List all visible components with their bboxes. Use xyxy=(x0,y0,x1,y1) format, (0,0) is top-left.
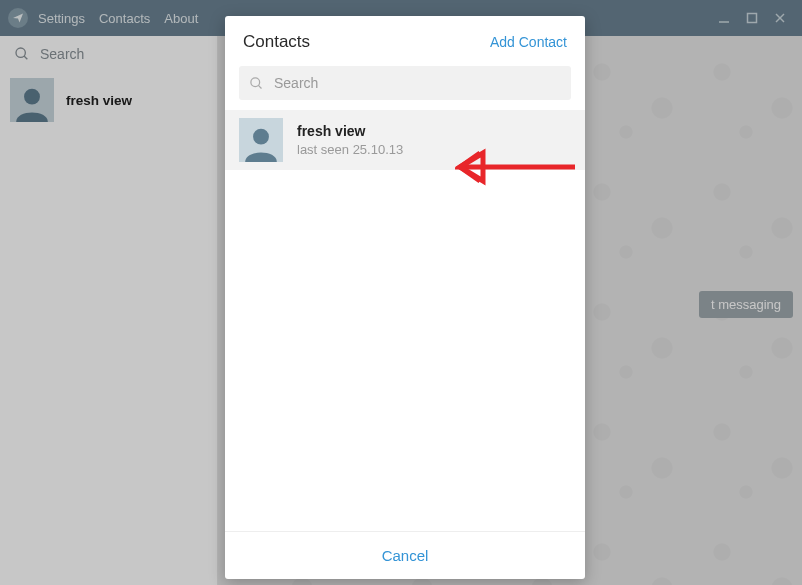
contact-name: fresh view xyxy=(297,123,403,139)
contacts-list: fresh view last seen 25.10.13 xyxy=(225,110,585,531)
modal-header: Contacts Add Contact xyxy=(225,16,585,66)
contacts-search-input[interactable] xyxy=(274,75,561,91)
svg-point-9 xyxy=(253,129,269,145)
person-icon xyxy=(242,124,280,162)
app-window: Settings Contacts About Search fresh vie… xyxy=(0,0,802,585)
contacts-modal: Contacts Add Contact fresh view last see… xyxy=(225,16,585,579)
svg-point-7 xyxy=(251,77,260,86)
search-icon xyxy=(249,76,264,91)
add-contact-link[interactable]: Add Contact xyxy=(490,34,567,50)
contact-row[interactable]: fresh view last seen 25.10.13 xyxy=(225,110,585,170)
contact-status: last seen 25.10.13 xyxy=(297,142,403,157)
contact-info: fresh view last seen 25.10.13 xyxy=(297,123,403,157)
contacts-search[interactable] xyxy=(239,66,571,100)
svg-line-8 xyxy=(258,85,261,88)
modal-title: Contacts xyxy=(243,32,310,52)
avatar xyxy=(239,118,283,162)
modal-footer: Cancel xyxy=(225,531,585,579)
cancel-button[interactable]: Cancel xyxy=(382,547,429,564)
